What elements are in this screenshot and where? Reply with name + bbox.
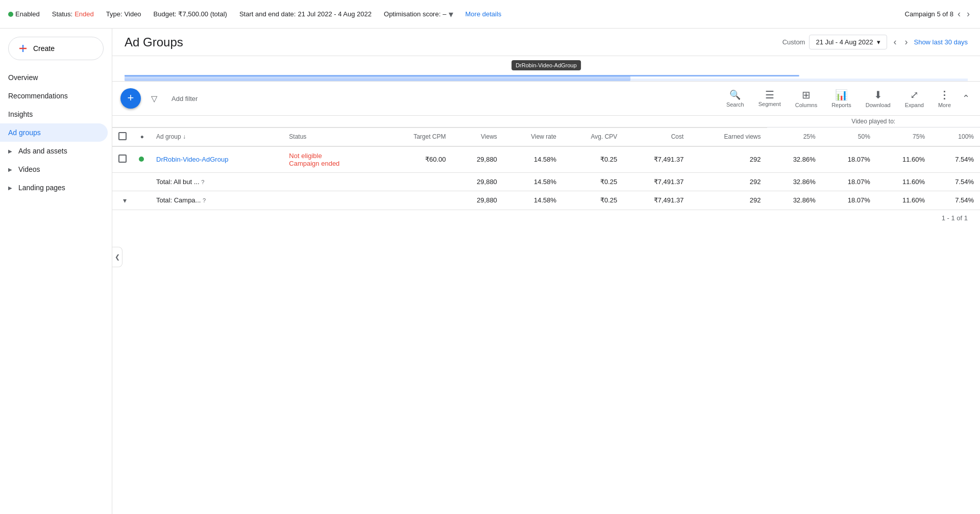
row-earned-views: 292 (690, 146, 767, 173)
ad-group-link[interactable]: DrRobin-Video-AdGroup (156, 156, 228, 163)
sidebar-item-landingpages[interactable]: ▶Landing pages (0, 178, 108, 197)
sidebar-item-adsassets[interactable]: ▶Ads and assets (0, 142, 108, 160)
page-header: Ad Groups Custom 21 Jul - 4 Aug 2022 ▾ ‹… (112, 29, 980, 56)
sidebar: Create OverviewRecommendationsInsightsAd… (0, 29, 112, 514)
more-label: More (938, 102, 951, 108)
main-layout: Create OverviewRecommendationsInsightsAd… (0, 29, 980, 514)
total-campa-label-cell: Total: Campa... ? (150, 191, 283, 210)
row-avg-cpv: ₹0.25 (562, 146, 623, 173)
sidebar-label-overview: Overview (8, 73, 38, 82)
segment-label: Segment (758, 101, 781, 107)
total-campa-views: 29,880 (452, 191, 503, 210)
expand-arrow-icon[interactable]: ▾ (123, 196, 127, 204)
download-icon: ⬇ (874, 89, 883, 101)
columns-action[interactable]: ⊞ Columns (790, 86, 822, 111)
expand-action[interactable]: ⤢ Expand (900, 86, 929, 111)
sidebar-item-overview[interactable]: Overview (0, 68, 108, 87)
row-ad-group-cell[interactable]: DrRobin-Video-AdGroup (150, 146, 283, 173)
chart-tooltip: DrRobin-Video-AdGroup (511, 60, 581, 70)
budget-item: Budget: ₹7,500.00 (total) (154, 10, 227, 18)
add-filter-button[interactable]: Add filter (167, 93, 202, 105)
date-prev-arrow[interactable]: ‹ (891, 35, 898, 49)
th-view-rate: View rate (503, 127, 562, 146)
more-icon: ⋮ (939, 89, 949, 101)
total-campa-target-cpm (382, 191, 452, 210)
campaign-prev-arrow[interactable]: ‹ (955, 7, 963, 21)
more-details-item[interactable]: More details (465, 10, 502, 18)
total-all-pct100: 7.54% (931, 172, 980, 191)
sidebar-item-recommendations[interactable]: Recommendations (0, 87, 108, 105)
chart-area: DrRobin-Video-AdGroup (112, 56, 980, 82)
date-next-arrow[interactable]: › (902, 35, 910, 49)
more-details-link[interactable]: More details (465, 10, 502, 18)
th-views-top (452, 116, 503, 127)
main-content: Ad Groups Custom 21 Jul - 4 Aug 2022 ▾ ‹… (112, 29, 980, 514)
custom-label: Custom (782, 38, 805, 46)
total-campa-label: Total: Campa... (156, 196, 201, 204)
row-view-rate: 14.58% (503, 146, 562, 173)
total-campa-pct100: 7.54% (931, 191, 980, 210)
segment-action[interactable]: ☰ Segment (753, 87, 786, 110)
total-campa-cost: ₹7,491.37 (623, 191, 690, 210)
sidebar-toggle[interactable]: ❮ (112, 247, 122, 267)
th-pct75: 75% (876, 127, 931, 146)
th-earned-views: Earned views (690, 127, 767, 146)
question-icon-1[interactable]: ? (201, 179, 204, 185)
ad-groups-table: Video played to: ● Ad group ↓ Status Tar… (112, 116, 980, 210)
date-dropdown-arrow: ▾ (877, 38, 880, 46)
row-pct75: 11.60% (876, 146, 931, 173)
total-campa-pct75: 11.60% (876, 191, 931, 210)
ad-group-header-label: Ad group (156, 133, 181, 140)
th-avg-cpv: Avg. CPV (562, 127, 623, 146)
column-headers-row: ● Ad group ↓ Status Target CPM Views Vie… (112, 127, 980, 146)
optimisation-dropdown-icon[interactable]: ▾ (449, 9, 453, 20)
total-all-views: 29,880 (452, 172, 503, 191)
budget-value: ₹7,500.00 (total) (178, 10, 227, 18)
total-campa-avg-cpv: ₹0.25 (562, 191, 623, 210)
total-campa-expand-cell[interactable]: ▾ (112, 191, 133, 210)
question-icon-2[interactable]: ? (203, 197, 206, 203)
download-label: Download (866, 102, 891, 108)
total-all-pct75: 11.60% (876, 172, 931, 191)
total-campa-status (283, 191, 382, 210)
th-ad-group-top (150, 116, 283, 127)
show-last-30-link[interactable]: Show last 30 days (914, 38, 968, 46)
fab-add-button[interactable]: + (120, 88, 141, 109)
download-action[interactable]: ⬇ Download (861, 86, 896, 111)
row-checkbox-cell[interactable] (112, 146, 133, 173)
sidebar-label-insights: Insights (8, 110, 33, 118)
filter-icon[interactable]: ▽ (149, 92, 159, 106)
sidebar-item-insights[interactable]: Insights (0, 105, 108, 123)
collapse-toolbar-icon[interactable]: ⌃ (960, 91, 972, 106)
total-all-label-cell: Total: All but ... ? (150, 172, 283, 191)
th-cost-top (623, 116, 690, 127)
row-views: 29,880 (452, 146, 503, 173)
sidebar-item-adgroups[interactable]: Ad groups (0, 123, 108, 142)
columns-label: Columns (795, 102, 817, 108)
th-ad-group[interactable]: Ad group ↓ (150, 127, 283, 146)
date-range-dropdown[interactable]: 21 Jul - 4 Aug 2022 ▾ (809, 35, 887, 49)
create-button[interactable]: Create (8, 37, 104, 60)
select-all-checkbox[interactable] (118, 132, 127, 140)
th-select-all[interactable] (112, 127, 133, 146)
type-value: Video (125, 10, 141, 18)
total-campa-pct25: 32.86% (767, 191, 822, 210)
row-checkbox[interactable] (118, 155, 127, 163)
date-range-section: Custom 21 Jul - 4 Aug 2022 ▾ ‹ › Show la… (782, 35, 968, 49)
th-avg-cpv-top (562, 116, 623, 127)
search-action[interactable]: 🔍 Search (721, 86, 749, 111)
optimisation-item: Optimisation score: – ▾ (384, 9, 453, 20)
total-all-cost: ₹7,491.37 (623, 172, 690, 191)
sidebar-label-recommendations: Recommendations (8, 92, 68, 100)
reports-action[interactable]: 📊 Reports (826, 86, 856, 111)
sidebar-item-videos[interactable]: ▶Videos (0, 160, 108, 178)
campaign-next-arrow[interactable]: › (965, 7, 972, 21)
optimisation-value: – (443, 10, 446, 18)
total-all-avg-cpv: ₹0.25 (562, 172, 623, 191)
date-label: Start and end date: (239, 10, 296, 18)
more-action[interactable]: ⋮ More (933, 86, 956, 111)
svg-rect-3 (125, 76, 630, 81)
type-item: Type: Video (106, 10, 141, 18)
th-empty-1 (112, 116, 150, 127)
search-label: Search (726, 101, 744, 108)
